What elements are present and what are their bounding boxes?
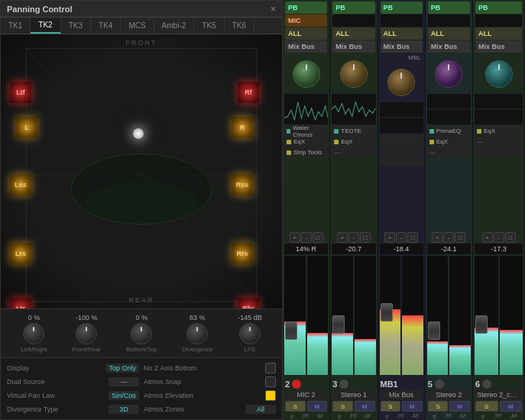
leftright-value: 0 % <box>28 314 41 321</box>
track-5-pan-knob[interactable] <box>435 60 462 88</box>
speaker-R[interactable]: R <box>232 117 253 138</box>
track-2-pan-knob[interactable] <box>293 60 320 88</box>
speaker-Rf[interactable]: Rf <box>238 82 259 103</box>
track-6-ctrl-plus[interactable]: + <box>482 232 493 243</box>
display-value[interactable]: Top Only <box>105 363 139 373</box>
track-5-plugin-1[interactable]: PrimaEQ <box>427 126 471 136</box>
track-mb1-header: PB ALL Mix Bus MBL <box>378 0 425 63</box>
speaker-Lss[interactable]: Lss <box>10 174 31 195</box>
close-button[interactable]: × <box>271 4 276 15</box>
track-6-ctrl-minus[interactable]: - <box>494 232 504 243</box>
track-3-plugin-2[interactable]: EqX <box>332 137 375 147</box>
speaker-Lrs[interactable]: Lrs <box>10 243 31 264</box>
track-5-header: PB ALL Mix Bus <box>426 0 472 55</box>
track-5-fader[interactable] <box>428 321 440 340</box>
track-5-rec-button[interactable] <box>435 380 444 389</box>
track-3-name: Stereo 1 <box>332 390 374 399</box>
track-5-plugin-3[interactable]: --- <box>427 147 471 157</box>
bottomtop-value: 0 % <box>135 314 147 321</box>
track-mb1-ctrl-plus[interactable]: + <box>384 232 395 243</box>
track-6-ctrl-box[interactable]: □ <box>505 232 516 243</box>
track-5-solo-button[interactable]: S <box>428 401 449 412</box>
track-6-plugin-1[interactable]: EqX <box>475 126 523 136</box>
track-mb1-ctrl-box[interactable]: □ <box>407 232 418 243</box>
track-2-knob-area <box>283 55 329 93</box>
frontrear-knob[interactable] <box>76 323 97 344</box>
track-2-fader[interactable] <box>285 321 297 340</box>
speaker-Ltf[interactable]: Ltf <box>10 82 31 103</box>
track-3-plugin-3[interactable]: --- <box>332 147 375 157</box>
speaker-Rrs[interactable]: Rrs <box>232 243 253 264</box>
track-2-plugin-2[interactable]: EqX <box>284 137 328 147</box>
divergence-knob[interactable] <box>186 323 208 344</box>
atmoszones-value[interactable]: All <box>245 405 276 414</box>
track-6-fader[interactable] <box>475 315 488 334</box>
tab-TK2[interactable]: TK2 <box>31 18 60 34</box>
track-mb1-ctrl-minus[interactable]: - <box>396 232 407 243</box>
speaker-Rbr[interactable]: Rbr <box>238 298 259 309</box>
divergencetype-value[interactable]: 3D <box>109 405 139 414</box>
track-2-plugin-1[interactable]: Water Chorus <box>284 126 328 136</box>
tab-TK4[interactable]: TK4 <box>91 18 121 34</box>
track-2-rec-button[interactable] <box>292 380 301 389</box>
nozaxis-checkbox[interactable] <box>265 363 276 373</box>
track-3-ctrl-box[interactable]: □ <box>360 232 371 243</box>
track-5-plugin-2[interactable]: EqX <box>427 137 471 147</box>
setting-panlaw: Virtual Pan Law Sin/Cos <box>7 389 139 402</box>
tab-TK6[interactable]: TK6 <box>225 18 254 34</box>
speaker-Ltr[interactable]: Ltr <box>10 298 31 309</box>
speaker-Rss[interactable]: Rss <box>232 174 253 195</box>
track-mb1-fader[interactable] <box>381 303 393 321</box>
track-2-mute-button[interactable]: M <box>307 401 328 412</box>
track-6-solo-button[interactable]: S <box>475 401 498 412</box>
track-5-ctrl-plus[interactable]: + <box>432 232 442 243</box>
track-mb1-solo-button[interactable]: S <box>381 401 401 412</box>
track-6-header: PB ALL Mix Bus <box>473 0 524 55</box>
panning-puck[interactable] <box>133 128 144 139</box>
leftright-knob[interactable] <box>23 323 44 344</box>
track-3-mixbus-label: Mix Bus <box>332 40 374 53</box>
track-mb1-pan-knob[interactable] <box>387 69 415 96</box>
track-3-pan-knob[interactable] <box>340 60 368 88</box>
track-6-plugin-3[interactable] <box>475 147 523 157</box>
track-6-waveform <box>475 94 523 124</box>
track-5-ctrl-minus[interactable]: - <box>443 232 454 243</box>
track-3-fader[interactable] <box>332 315 345 334</box>
atmoselev-checkbox[interactable] <box>265 390 276 401</box>
track-3-ctrl-plus[interactable]: + <box>337 232 348 243</box>
track-3-plugin-1[interactable]: TEOTE <box>332 126 375 136</box>
track-mb1: PB ALL Mix Bus MBL + - <box>378 0 426 420</box>
track-2-solo-button[interactable]: S <box>285 401 306 412</box>
panlaw-value[interactable]: Sin/Cos <box>109 391 139 400</box>
track-6-mute-button[interactable]: M <box>500 401 523 412</box>
track-mb1-plugin-1[interactable] <box>380 134 423 144</box>
tab-TK3[interactable]: TK3 <box>61 18 91 34</box>
track-3-ctrl-minus[interactable]: - <box>348 232 359 243</box>
track-3-mute-button[interactable]: M <box>355 401 375 412</box>
track-3-solo-button[interactable]: S <box>332 401 353 412</box>
speaker-L[interactable]: L <box>16 117 37 138</box>
track-mb1-mute-button[interactable]: M <box>402 401 423 412</box>
track-3-rec-button[interactable] <box>339 380 348 389</box>
tab-MCS[interactable]: MCS <box>121 18 154 34</box>
track-5-ctrl-box[interactable]: □ <box>455 232 465 243</box>
tab-Ambi2[interactable]: Ambi-2 <box>154 18 195 34</box>
track-6-plugin-2[interactable]: --- <box>475 137 523 147</box>
track-6-rec-button[interactable] <box>482 380 491 389</box>
lfe-knob[interactable] <box>239 323 261 344</box>
tab-TK5[interactable]: TK5 <box>194 18 224 34</box>
track-mb1-plugin-3[interactable] <box>380 156 423 166</box>
bottomtop-knob[interactable] <box>131 323 152 344</box>
track-2-plugin-3[interactable]: Strip Tools <box>284 147 328 157</box>
track-mb1-plugin-2[interactable] <box>380 145 423 155</box>
tab-TK1[interactable]: TK1 <box>1 18 31 34</box>
track-2-ctrl-plus[interactable]: + <box>290 232 300 243</box>
atmossnap-checkbox[interactable] <box>265 376 276 387</box>
track-2-ctrl-box[interactable]: □ <box>313 232 323 243</box>
track-6-balance-knob[interactable] <box>485 60 513 88</box>
dualsource-value[interactable]: --- <box>109 377 139 386</box>
track-2-ctrl-minus[interactable]: - <box>301 232 312 243</box>
setting-nozaxis: No Z Axis Bottom <box>144 361 276 375</box>
track-5-mute-button[interactable]: M <box>449 401 470 412</box>
panning-3d-view[interactable]: FRONT REAR Ltf Rf L R Lss Rss Lrs Rrs Lt… <box>1 34 282 309</box>
